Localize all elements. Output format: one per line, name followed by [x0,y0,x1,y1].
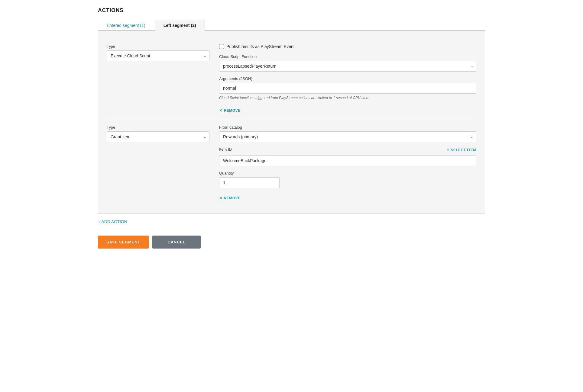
tab-entered-segment[interactable]: Entered segment (1) [98,20,154,31]
page-title: ACTIONS [98,7,485,14]
cloud-function-group: Cloud Script Function processLapsedPlaye… [219,54,476,72]
block1-remove-label: REMOVE [224,108,241,113]
block2-right: From catalog Rewards (primary) ⌄ Item ID [219,125,476,200]
item-id-header: Item ID ≡ SELECT ITEM [219,147,476,153]
quantity-label: Quantity [219,171,476,175]
select-item-label: SELECT ITEM [451,148,476,152]
block2-left: Type Grant item ⌄ [107,125,209,142]
publish-label: Publish results as PlayStream Event [226,44,295,49]
block1-left: Type Execute Cloud Script ⌄ [107,44,209,61]
arguments-group: Arguments (JSON) Cloud Script functions … [219,76,476,101]
tab-left-segment[interactable]: Left segment (2) [155,20,205,31]
quantity-input[interactable] [219,177,280,188]
arguments-input[interactable] [219,83,476,94]
select-item-button[interactable]: ≡ SELECT ITEM [447,148,476,152]
block2-remove-button[interactable]: ✕ REMOVE [219,196,241,200]
tabs-container: Entered segment (1) Left segment (2) [98,19,485,31]
block1-right: Publish results as PlayStream Event Clou… [219,44,476,113]
item-id-label: Item ID [219,147,232,152]
publish-checkbox[interactable] [219,44,224,49]
cloud-function-select[interactable]: processLapsedPlayerReturn [219,61,476,72]
from-catalog-label: From catalog [219,125,476,130]
item-id-group: Item ID ≡ SELECT ITEM [219,147,476,166]
add-action-row: + ADD ACTION [98,214,485,227]
arguments-label: Arguments (JSON) [219,76,476,81]
action-section: Type Execute Cloud Script ⌄ Publish resu… [98,31,485,214]
block2-type-label: Type [107,125,209,130]
from-catalog-select[interactable]: Rewards (primary) [219,131,476,142]
block2-type-select[interactable]: Grant item [107,131,209,142]
quantity-group: Quantity [219,171,476,188]
cloud-function-label: Cloud Script Function [219,54,476,59]
block2-remove-label: REMOVE [224,196,241,200]
cloud-function-select-wrapper: processLapsedPlayerReturn ⌄ [219,61,476,72]
block1-remove-x-icon: ✕ [219,108,222,113]
select-item-list-icon: ≡ [447,148,449,152]
block1-type-select[interactable]: Execute Cloud Script [107,50,209,61]
block2-remove-x-icon: ✕ [219,196,222,200]
item-id-input[interactable] [219,155,476,166]
add-action-button[interactable]: + ADD ACTION [98,219,127,224]
action-block-1: Type Execute Cloud Script ⌄ Publish resu… [107,38,476,119]
footer-buttons: SAVE SEGMENT CANCEL [98,236,485,249]
action-block-2: Type Grant item ⌄ From catalog [107,119,476,206]
from-catalog-group: From catalog Rewards (primary) ⌄ [219,125,476,142]
cancel-button[interactable]: CANCEL [152,236,201,249]
block1-type-label: Type [107,44,209,49]
save-segment-button[interactable]: SAVE SEGMENT [98,236,149,249]
block1-remove-button[interactable]: ✕ REMOVE [219,108,241,113]
arguments-helper-text: Cloud Script functions triggered from Pl… [219,95,476,101]
block1-type-select-wrapper: Execute Cloud Script ⌄ [107,50,209,61]
block2-type-select-wrapper: Grant item ⌄ [107,131,209,142]
from-catalog-select-wrapper: Rewards (primary) ⌄ [219,131,476,142]
add-action-label: + ADD ACTION [98,219,127,224]
publish-checkbox-row: Publish results as PlayStream Event [219,44,476,49]
